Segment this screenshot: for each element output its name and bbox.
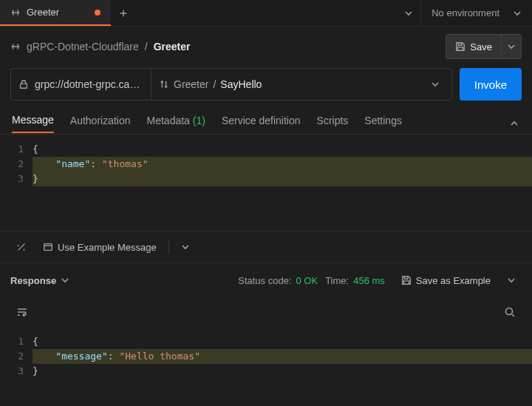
tab-authorization[interactable]: Authorization [70,115,131,132]
tab-overflow-button[interactable] [397,9,420,18]
chevron-down-icon [507,276,516,285]
chevron-down-icon [404,9,413,18]
breadcrumb-current: Greeter [154,41,191,53]
collapse-request-button[interactable] [510,119,520,128]
response-gutter: 1 2 3 [0,334,33,379]
chevron-down-icon [513,9,522,18]
tab-scripts[interactable]: Scripts [317,115,349,132]
save-group: Save [446,34,522,59]
wand-icon [16,242,27,252]
response-toolbar [0,297,532,327]
response-body-viewer[interactable]: 1 2 3 { "message": "Hello thomas" } [0,327,532,379]
unsaved-indicator-icon [95,10,100,16]
svg-point-2 [506,308,513,315]
method-name: SayHello [220,78,262,90]
save-as-example-button[interactable]: Save as Example [401,275,491,286]
svg-rect-0 [21,84,27,88]
example-dropdown-button[interactable] [175,236,196,258]
tab-metadata-label: Metadata [147,115,190,126]
toolbar-divider [168,240,169,254]
save-example-label: Save as Example [416,275,491,286]
tab-settings[interactable]: Settings [364,115,402,132]
environment-picker[interactable]: No environment [420,0,532,26]
svg-rect-1 [44,244,52,251]
use-example-message-button[interactable]: Use Example Message [37,236,163,258]
sort-icon [159,79,169,89]
request-tabs: Message Authorization Metadata (1) Servi… [0,108,532,135]
method-picker[interactable]: Greeter / SayHello [151,69,451,100]
url-input[interactable]: grpc://dotnet-grpc.ca… [11,69,151,100]
save-icon [455,41,466,52]
wrap-icon [16,306,28,318]
request-toolbar: Use Example Message [0,231,532,263]
wrap-lines-button[interactable] [10,301,34,323]
lock-icon [18,79,29,89]
save-label: Save [470,41,492,53]
response-title-group[interactable]: Response [10,275,69,286]
chevron-down-icon [61,276,69,285]
search-icon [504,306,516,318]
request-gutter: 1 2 3 [0,142,33,231]
response-time: Time: 456 ms [325,275,385,286]
time-value: 456 ms [353,275,385,286]
url-method-box: grpc://dotnet-grpc.ca… Greeter / SayHell… [10,68,452,101]
breadcrumb-sep: / [145,41,148,53]
time-label: Time: [325,275,349,286]
chevron-down-icon [181,243,190,251]
method-sep: / [213,78,216,90]
invoke-button[interactable]: Invoke [460,68,522,101]
response-header: Response Status code: 0 OK Time: 456 ms … [0,263,532,297]
save-icon [401,275,412,285]
grpc-tab-icon [10,7,21,18]
method-service: Greeter [174,78,208,90]
chevron-up-icon [510,119,519,128]
tab-metadata-count: (1) [193,115,205,126]
breadcrumb: gRPC-Dotnet-Cloudflare / Greeter [10,41,438,53]
breadcrumb-parent[interactable]: gRPC-Dotnet-Cloudflare [27,41,139,53]
environment-label: No environment [432,7,499,18]
status-value: 0 OK [296,275,318,286]
grpc-icon [10,41,21,52]
tab-label: Greeter [27,7,59,18]
chevron-down-icon [431,80,440,89]
save-dropdown-button[interactable] [501,34,522,59]
tab-message[interactable]: Message [12,114,54,133]
example-icon [43,242,53,252]
request-body-editor[interactable]: 1 2 3 { "name": "thomas" } [0,135,532,231]
chevron-down-icon [507,42,516,51]
plus-icon [118,8,129,18]
status-label: Status code: [238,275,291,286]
tab-service-definition[interactable]: Service definition [222,115,301,132]
tab-metadata[interactable]: Metadata (1) [147,115,205,132]
invoke-row: grpc://dotnet-grpc.ca… Greeter / SayHell… [0,65,532,108]
breadcrumb-row: gRPC-Dotnet-Cloudflare / Greeter Save [0,27,532,65]
tab-greeter[interactable]: Greeter [0,0,111,26]
new-tab-button[interactable] [111,0,136,26]
url-value: grpc://dotnet-grpc.ca… [35,78,140,90]
search-response-button[interactable] [498,301,522,323]
response-title: Response [10,275,56,286]
save-button[interactable]: Save [446,34,501,59]
tab-bar: Greeter No environment [0,0,532,27]
use-example-label: Use Example Message [58,242,157,253]
save-example-dropdown-button[interactable] [501,269,522,291]
status-code: Status code: 0 OK [238,275,318,286]
beautify-button[interactable] [10,236,33,258]
